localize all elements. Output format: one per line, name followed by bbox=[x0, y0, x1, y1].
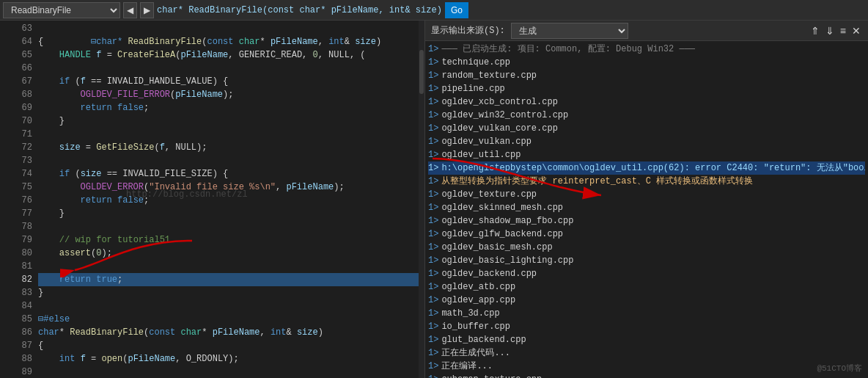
code-line-78 bbox=[38, 220, 419, 233]
code-line-67: if (f == INVALID_HANDLE_VALUE) { bbox=[38, 75, 419, 88]
output-line-16: 1>ogldev_backend.cpp bbox=[428, 267, 865, 280]
line-num-87: 87 bbox=[12, 339, 32, 352]
code-line-88: int f = open(pFileName, O_RDONLY); bbox=[38, 352, 419, 366]
output-line-19: 1>math_3d.cpp bbox=[428, 307, 865, 320]
nav-prev-button[interactable]: ◀ bbox=[123, 2, 137, 18]
output-wrap-button[interactable]: ≡ bbox=[839, 23, 847, 38]
code-lines-container[interactable]: ⊟char* ReadBinaryFile(const char* pFileN… bbox=[38, 21, 419, 378]
line-num-80: 80 bbox=[12, 247, 32, 260]
output-line-7: 1>ogldev_vulkan_core.cpp bbox=[428, 122, 865, 135]
code-line-66 bbox=[38, 62, 419, 75]
output-line-24: 1>cubemap_texture.cpp bbox=[428, 373, 865, 378]
output-line-3: 1>random_texture.cpp bbox=[428, 69, 865, 82]
code-scroll-thumb[interactable] bbox=[419, 50, 424, 94]
output-line-15: 1>ogldev_basic_lighting.cpp bbox=[428, 254, 865, 267]
code-line-75: OGLDEV_ERROR("Invalid file size %s\n", p… bbox=[38, 181, 419, 194]
code-scrollbar[interactable] bbox=[419, 21, 424, 378]
code-line-76: return false; bbox=[38, 194, 419, 207]
code-line-79: // wip for tutorial51 bbox=[38, 233, 419, 247]
output-line-23: 1>正在编译... bbox=[428, 360, 865, 373]
line-num-65: 65 bbox=[12, 48, 32, 62]
code-line-83: } bbox=[38, 286, 419, 299]
output-line-5: 1>ogldev_xcb_control.cpp bbox=[428, 95, 865, 109]
line-num-83: 83 bbox=[12, 286, 32, 299]
code-line-72: size = GetFileSize(f, NULL); bbox=[38, 141, 419, 154]
output-scroll-bottom-button[interactable]: ⇓ bbox=[824, 23, 836, 38]
line-num-70: 70 bbox=[12, 115, 32, 128]
output-content: 1> ——— 已启动生成: 项目: Common, 配置: Debug Win3… bbox=[425, 41, 868, 378]
line-num-63: 63 bbox=[12, 22, 32, 35]
code-line-65: HANDLE f = CreateFileA(pFileName, GENERI… bbox=[38, 48, 419, 62]
code-line-64: { bbox=[38, 35, 419, 48]
code-line-77: } bbox=[38, 207, 419, 220]
function-selector[interactable]: ReadBinaryFile bbox=[3, 2, 120, 18]
code-line-69: return false; bbox=[38, 101, 419, 115]
line-num-71: 71 bbox=[12, 128, 32, 141]
output-scroll-top-button[interactable]: ⇑ bbox=[809, 23, 821, 38]
line-num-66: 66 bbox=[12, 62, 32, 75]
line-num-68: 68 bbox=[12, 88, 32, 101]
code-line-87: { bbox=[38, 339, 419, 352]
function-nav: ReadBinaryFile ◀ ▶ char* ReadBinaryFile(… bbox=[3, 2, 442, 18]
code-line-71 bbox=[38, 128, 419, 141]
output-clear-button[interactable]: ✕ bbox=[850, 23, 862, 38]
code-line-74: if (size == INVALID_FILE_SIZE) { bbox=[38, 167, 419, 181]
line-num-69: 69 bbox=[12, 101, 32, 115]
code-line-70: } bbox=[38, 115, 419, 128]
output-line-2: 1>technique.cpp bbox=[428, 56, 865, 69]
code-content-area: 63 64 65 66 67 68 69 70 71 72 73 74 75 7… bbox=[0, 21, 424, 378]
line-num-75: 75 bbox=[12, 181, 32, 194]
code-line-82: return true; bbox=[38, 273, 419, 286]
code-line-68: OGLDEV_FILE_ERROR(pFileName); bbox=[38, 88, 419, 101]
output-toolbar-icons: ⇑ ⇓ ≡ ✕ bbox=[809, 23, 862, 38]
line-num-78: 78 bbox=[12, 220, 32, 233]
line-num-86: 86 bbox=[12, 326, 32, 339]
line-num-72: 72 bbox=[12, 141, 32, 154]
code-line-80: assert(0); bbox=[38, 247, 419, 260]
output-line-17: 1>ogldev_atb.cpp bbox=[428, 280, 865, 294]
code-line-84 bbox=[38, 299, 419, 313]
output-line-21: 1>glut_backend.cpp bbox=[428, 333, 865, 346]
line-num-77: 77 bbox=[12, 207, 32, 220]
code-line-81 bbox=[38, 260, 419, 273]
line-num-73: 73 bbox=[12, 154, 32, 167]
line-num-76: 76 bbox=[12, 194, 32, 207]
output-watermark: @51CTO博客 bbox=[817, 362, 862, 375]
line-num-74: 74 bbox=[12, 167, 32, 181]
main-content: 63 64 65 66 67 68 69 70 71 72 73 74 75 7… bbox=[0, 21, 868, 378]
output-toolbar: 显示输出来源(S): 生成 ⇑ ⇓ ≡ ✕ bbox=[425, 21, 868, 41]
output-source-selector[interactable]: 生成 bbox=[511, 23, 628, 39]
nav-next-button[interactable]: ▶ bbox=[140, 2, 154, 18]
output-line-10: 1>ogldev_texture.cpp bbox=[428, 188, 865, 201]
output-line-11: 1>ogldev_skinned_mesh.cpp bbox=[428, 201, 865, 214]
output-line-9: 1>ogldev_util.cpp bbox=[428, 148, 865, 161]
output-line-1: 1> ——— 已启动生成: 项目: Common, 配置: Debug Win3… bbox=[428, 43, 865, 56]
output-line-12: 1>ogldev_shadow_map_fbo.cpp bbox=[428, 214, 865, 228]
output-source-label: 显示输出来源(S): bbox=[431, 24, 505, 37]
line-num-82: 82 bbox=[12, 273, 32, 286]
editor-gutter bbox=[0, 21, 12, 378]
code-editor-panel: 63 64 65 66 67 68 69 70 71 72 73 74 75 7… bbox=[0, 21, 425, 378]
function-signature-label: char* ReadBinaryFile(const char* pFileNa… bbox=[157, 5, 442, 15]
go-button[interactable]: Go bbox=[445, 2, 468, 18]
code-line-85: ⊟#else bbox=[38, 313, 419, 326]
output-prefix-1: 1> bbox=[428, 43, 438, 56]
line-num-81: 81 bbox=[12, 260, 32, 273]
line-num-64: 64 bbox=[12, 35, 32, 48]
code-line-63: ⊟char* ReadBinaryFile(const char* pFileN… bbox=[38, 22, 419, 35]
line-num-88: 88 bbox=[12, 352, 32, 366]
line-numbers: 63 64 65 66 67 68 69 70 71 72 73 74 75 7… bbox=[12, 21, 38, 378]
line-num-67: 67 bbox=[12, 75, 32, 88]
output-line-18: 1>ogldev_app.cpp bbox=[428, 294, 865, 307]
output-line-22: 1>正在生成代码... bbox=[428, 346, 865, 360]
output-line-4: 1>pipeline.cpp bbox=[428, 82, 865, 95]
output-line-14: 1>ogldev_basic_mesh.cpp bbox=[428, 241, 865, 254]
output-error-line: 1>h:\openglstepbystep\common\ogldev_util… bbox=[428, 161, 865, 175]
output-line-8: 1>ogldev_vulkan.cpp bbox=[428, 135, 865, 148]
code-line-73 bbox=[38, 154, 419, 167]
line-num-89: 89 bbox=[12, 366, 32, 378]
code-line-86: char* ReadBinaryFile(const char* pFileNa… bbox=[38, 326, 419, 339]
line-num-85: 85 bbox=[12, 313, 32, 326]
output-panel: 显示输出来源(S): 生成 ⇑ ⇓ ≡ ✕ 1> ——— 已启动生成: 项目: … bbox=[425, 21, 868, 378]
output-line-13: 1>ogldev_glfw_backend.cpp bbox=[428, 228, 865, 241]
